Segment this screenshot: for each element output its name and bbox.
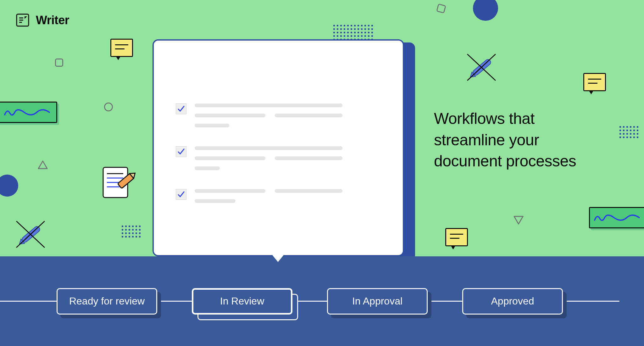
signature-badge-icon bbox=[0, 102, 57, 123]
brand-logo: Writer bbox=[16, 13, 69, 27]
deco-square-icon bbox=[55, 59, 63, 67]
deco-circle-fill-icon bbox=[0, 175, 18, 197]
chat-bubble-icon bbox=[110, 39, 133, 57]
checkbox-checked-icon bbox=[176, 146, 186, 157]
chat-bubble-icon bbox=[583, 73, 606, 91]
deco-dots-icon bbox=[333, 25, 373, 40]
checklist-item bbox=[176, 189, 381, 203]
stage-label: In Review bbox=[220, 295, 264, 307]
document-pointer-icon bbox=[272, 255, 284, 262]
signature-badge-icon bbox=[589, 207, 644, 228]
checkbox-checked-icon bbox=[176, 103, 186, 114]
deco-triangle-icon bbox=[513, 215, 524, 226]
checklist-item bbox=[176, 103, 381, 127]
checkbox-checked-icon bbox=[176, 189, 186, 200]
writer-icon bbox=[16, 13, 30, 27]
workflow-stage-in-review[interactable]: In Review bbox=[192, 288, 292, 315]
deco-dots-icon bbox=[619, 126, 638, 138]
deco-triangle-icon bbox=[37, 160, 48, 171]
deco-square-icon bbox=[436, 3, 446, 14]
edit-document-icon bbox=[99, 165, 137, 204]
deco-dots-icon bbox=[122, 226, 141, 237]
stage-label: In Approval bbox=[352, 295, 402, 307]
workflow-footer: Ready for review In Review In Approval A… bbox=[0, 256, 644, 346]
chat-bubble-icon bbox=[445, 228, 468, 246]
workflow-stage-ready[interactable]: Ready for review bbox=[57, 288, 157, 315]
hero-headline: Workflows that streamline your document … bbox=[434, 108, 607, 172]
workflow-stepper: Ready for review In Review In Approval A… bbox=[0, 288, 644, 315]
document-preview bbox=[153, 39, 404, 256]
workflow-stage-in-approval[interactable]: In Approval bbox=[327, 288, 428, 315]
deco-circle-icon bbox=[104, 103, 113, 111]
checklist-item bbox=[176, 146, 381, 170]
no-edit-icon bbox=[464, 52, 499, 84]
deco-circle-fill-icon bbox=[473, 0, 498, 21]
brand-name: Writer bbox=[36, 14, 69, 27]
stage-label: Approved bbox=[491, 295, 534, 307]
stage-label: Ready for review bbox=[69, 295, 145, 307]
workflow-stage-approved[interactable]: Approved bbox=[462, 288, 563, 315]
no-edit-icon bbox=[13, 219, 48, 251]
